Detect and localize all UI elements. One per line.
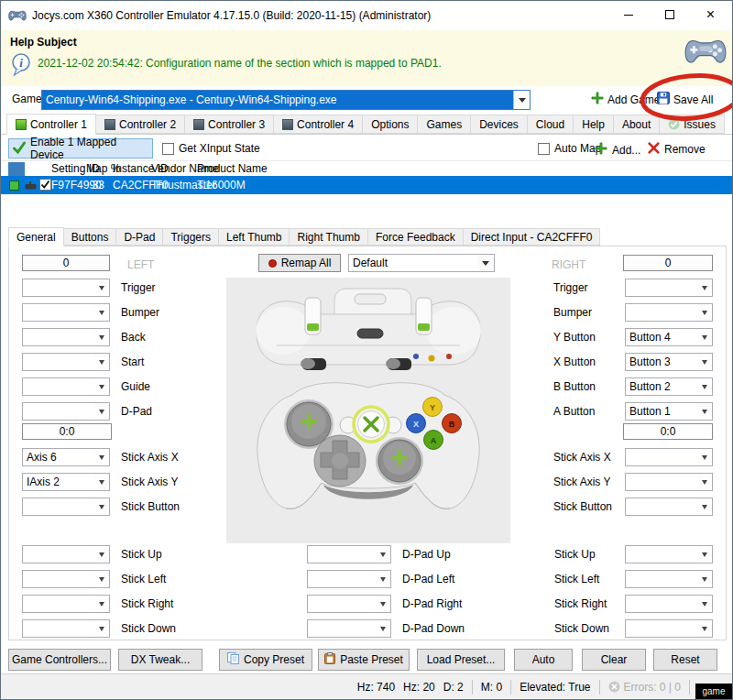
auto-button[interactable]: Auto bbox=[514, 649, 573, 671]
right-bumper-label: Bumper bbox=[553, 303, 592, 322]
dpad-left-label: D-Pad Left bbox=[402, 570, 454, 588]
reset-button[interactable]: Reset bbox=[653, 649, 717, 671]
chevron-down-icon bbox=[702, 577, 707, 582]
left-bumper-select[interactable] bbox=[22, 303, 110, 322]
chevron-down-icon bbox=[702, 410, 707, 414]
right-bumper-select[interactable] bbox=[625, 303, 713, 322]
tab-controller-2[interactable]: Controller 2 bbox=[96, 115, 185, 134]
chevron-down-icon bbox=[99, 286, 104, 290]
status-errors[interactable]: Errors: 0 | 0 bbox=[608, 681, 681, 694]
chevron-down-icon bbox=[99, 335, 104, 340]
chevron-down-icon bbox=[519, 98, 526, 103]
dpad-select[interactable] bbox=[22, 402, 110, 421]
copy-preset-button[interactable]: Copy Preset bbox=[219, 649, 312, 671]
right-stick-left-select[interactable] bbox=[625, 570, 713, 588]
get-xinput-checkbox[interactable]: Get XInput State bbox=[162, 142, 260, 155]
left-stick-up-select[interactable] bbox=[22, 545, 110, 563]
tab-dpad[interactable]: D-Pad bbox=[116, 228, 163, 246]
status-devices: D: 2 bbox=[443, 681, 464, 694]
tab-controller-4[interactable]: Controller 4 bbox=[274, 115, 363, 134]
dx-tweak-button[interactable]: DX Tweak... bbox=[118, 649, 202, 671]
title-bar: Jocys.com X360 Controller Emulator 4.17.… bbox=[1, 1, 732, 30]
left-stick-axis-y-select[interactable]: IAxis 2 bbox=[22, 473, 110, 491]
tab-options[interactable]: Options bbox=[363, 115, 418, 134]
right-stick-button-select[interactable] bbox=[625, 498, 713, 516]
back-select[interactable] bbox=[22, 328, 110, 346]
svg-text:X: X bbox=[413, 420, 419, 429]
left-stick-right-select[interactable] bbox=[22, 595, 110, 613]
controller-enabled-icon bbox=[16, 119, 27, 130]
right-trigger-select[interactable] bbox=[625, 279, 713, 297]
tab-triggers[interactable]: Triggers bbox=[163, 228, 219, 246]
dpad-down-select[interactable] bbox=[307, 619, 391, 638]
dpad-right-select[interactable] bbox=[307, 595, 391, 613]
x-button-select[interactable]: Button 3 bbox=[625, 353, 713, 371]
clear-button[interactable]: Clear bbox=[582, 649, 646, 671]
tab-right-thumb[interactable]: Right Thumb bbox=[290, 228, 367, 246]
right-stick-axis-y-select[interactable] bbox=[625, 473, 713, 491]
right-stick-right-select[interactable] bbox=[625, 595, 713, 613]
right-stick-up-select[interactable] bbox=[625, 545, 713, 563]
minimize-icon bbox=[624, 15, 633, 16]
chevron-down-icon bbox=[99, 410, 104, 414]
tab-force-feedback[interactable]: Force Feedback bbox=[368, 228, 464, 246]
chevron-down-icon bbox=[702, 360, 707, 365]
paste-preset-button[interactable]: Paste Preset bbox=[318, 649, 410, 671]
tab-buttons[interactable]: Buttons bbox=[64, 228, 117, 246]
separator bbox=[472, 680, 473, 695]
tab-controller-3[interactable]: Controller 3 bbox=[185, 115, 274, 134]
tab-cloud[interactable]: Cloud bbox=[528, 115, 574, 134]
left-stick-axis-y-label: Stick Axis Y bbox=[121, 473, 178, 491]
auto-map-checkbox[interactable]: Auto Map bbox=[538, 142, 601, 155]
right-stick-down-select[interactable] bbox=[625, 619, 713, 638]
left-stick-up-label: Stick Up bbox=[121, 545, 162, 563]
col-product-name[interactable]: Product Name bbox=[197, 162, 268, 175]
save-all-button[interactable]: Save All bbox=[657, 92, 713, 107]
b-button-label: B Button bbox=[553, 377, 596, 396]
b-button-select[interactable]: Button 2 bbox=[625, 377, 713, 396]
game-controllers-button[interactable]: Game Controllers... bbox=[8, 649, 111, 671]
left-stick-axis-x-select[interactable]: Axis 6 bbox=[22, 448, 110, 466]
right-stick-axis-x-label: Stick Axis X bbox=[553, 448, 611, 466]
left-stick-button-select[interactable] bbox=[22, 498, 110, 516]
left-stick-left-select[interactable] bbox=[22, 570, 110, 588]
remap-all-button[interactable]: Remap All bbox=[258, 254, 341, 272]
tab-about[interactable]: About bbox=[614, 115, 660, 134]
maximize-button[interactable] bbox=[649, 1, 690, 28]
tab-direct-input[interactable]: Direct Input - CA2CFFF0 bbox=[464, 228, 601, 246]
a-button-select[interactable]: Button 1 bbox=[625, 402, 713, 421]
guide-select[interactable] bbox=[22, 377, 110, 396]
tab-games[interactable]: Games bbox=[418, 115, 471, 134]
tab-general[interactable]: General bbox=[8, 227, 64, 246]
load-preset-button[interactable]: Load Preset... bbox=[417, 649, 505, 671]
device-enabled-checkbox[interactable] bbox=[39, 179, 51, 191]
preset-select[interactable]: Default bbox=[348, 254, 495, 272]
device-row[interactable]: F97F4990 33 CA2CFFF0 Thrustmaster T.1600… bbox=[1, 176, 733, 194]
chevron-down-icon bbox=[380, 602, 386, 607]
tab-left-thumb[interactable]: Left Thumb bbox=[219, 228, 290, 246]
tab-help[interactable]: Help bbox=[574, 115, 614, 134]
start-select[interactable] bbox=[22, 353, 110, 371]
device-online-icon bbox=[9, 180, 19, 191]
preset-dropdown-button[interactable] bbox=[477, 255, 494, 271]
game-select-dropdown-button[interactable] bbox=[513, 91, 530, 109]
maximize-icon bbox=[665, 10, 674, 19]
minimize-button[interactable] bbox=[607, 1, 649, 28]
close-button[interactable]: × bbox=[690, 1, 731, 28]
enable-mapped-device-toggle[interactable]: Enable 1 Mapped Device bbox=[8, 138, 153, 159]
left-trigger-select[interactable] bbox=[22, 279, 110, 297]
left-stick-down-select[interactable] bbox=[22, 619, 110, 638]
help-message: 2021-12-02 20:54:42: Configuration name … bbox=[38, 57, 442, 70]
dpad-left-select[interactable] bbox=[307, 570, 391, 588]
window-title: Jocys.com X360 Controller Emulator 4.17.… bbox=[32, 9, 431, 22]
tab-controller-1[interactable]: Controller 1 bbox=[6, 114, 96, 135]
copy-icon bbox=[227, 652, 239, 667]
game-select[interactable]: Century-Win64-Shipping.exe - Century-Win… bbox=[41, 90, 531, 110]
remove-device-button[interactable]: Remove bbox=[648, 142, 706, 157]
tab-devices[interactable]: Devices bbox=[471, 115, 528, 134]
dpad-up-select[interactable] bbox=[307, 545, 391, 563]
add-device-button[interactable]: Add... bbox=[595, 142, 640, 158]
right-stick-axis-x-select[interactable] bbox=[625, 448, 713, 466]
y-button-select[interactable]: Button 4 bbox=[625, 328, 713, 346]
tab-issues[interactable]: Issues bbox=[660, 115, 725, 134]
